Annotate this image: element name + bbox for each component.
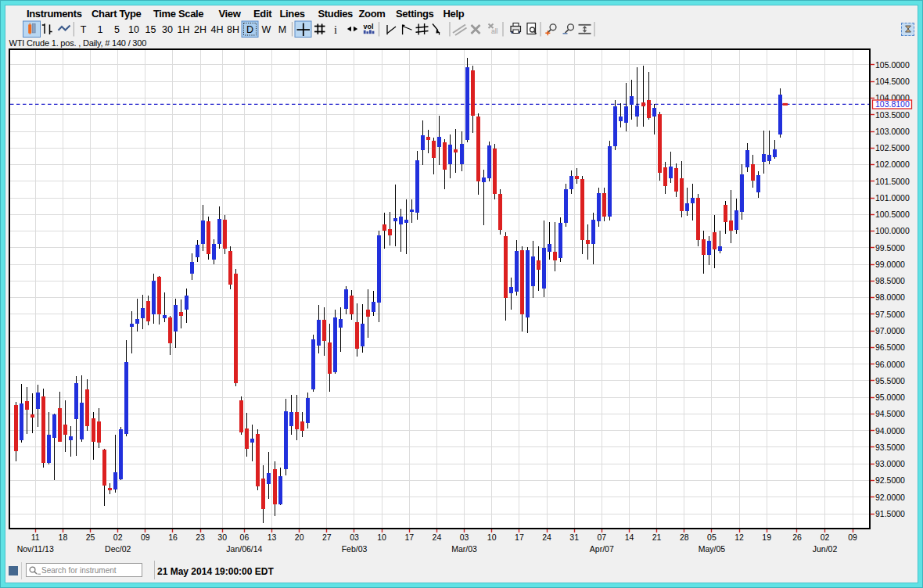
svg-text:101.5000: 101.5000 xyxy=(875,177,910,186)
svg-text:24: 24 xyxy=(433,532,442,542)
svg-text:03: 03 xyxy=(460,532,469,542)
svg-text:17: 17 xyxy=(404,532,414,542)
svg-text:06: 06 xyxy=(240,532,250,542)
svg-text:103.5000: 103.5000 xyxy=(875,110,910,120)
svg-text:10: 10 xyxy=(377,532,386,542)
svg-text:09: 09 xyxy=(848,532,857,542)
svg-text:05: 05 xyxy=(707,532,716,542)
svg-text:27: 27 xyxy=(322,532,332,542)
svg-text:07: 07 xyxy=(597,532,606,542)
svg-text:11: 11 xyxy=(31,532,40,542)
svg-text:102.5000: 102.5000 xyxy=(875,143,910,152)
svg-text:09: 09 xyxy=(141,532,150,542)
svg-text:96.0000: 96.0000 xyxy=(875,360,905,369)
svg-text:30: 30 xyxy=(217,532,227,542)
svg-text:20: 20 xyxy=(295,532,304,542)
svg-text:23: 23 xyxy=(196,532,205,542)
svg-text:Jun/02: Jun/02 xyxy=(813,544,838,554)
svg-text:12: 12 xyxy=(734,532,744,542)
svg-text:105.0000: 105.0000 xyxy=(875,60,910,70)
svg-text:Nov/11/13: Nov/11/13 xyxy=(17,544,54,554)
svg-text:95.0000: 95.0000 xyxy=(875,393,905,402)
svg-text:25: 25 xyxy=(86,532,95,542)
svg-text:101.0000: 101.0000 xyxy=(875,193,910,203)
svg-text:16: 16 xyxy=(168,532,178,542)
svg-text:Mar/03: Mar/03 xyxy=(451,544,477,554)
svg-text:02: 02 xyxy=(113,532,123,542)
svg-text:99.5000: 99.5000 xyxy=(875,243,905,253)
svg-text:02: 02 xyxy=(821,532,830,542)
svg-text:93.5000: 93.5000 xyxy=(875,443,905,452)
svg-text:14: 14 xyxy=(625,532,634,542)
svg-text:17: 17 xyxy=(515,532,524,542)
svg-text:24: 24 xyxy=(542,532,551,542)
svg-text:May/05: May/05 xyxy=(699,544,726,554)
svg-text:98.5000: 98.5000 xyxy=(875,276,905,285)
svg-text:103.8100: 103.8100 xyxy=(875,99,910,109)
svg-text:91.5000: 91.5000 xyxy=(875,509,905,518)
svg-text:93.0000: 93.0000 xyxy=(875,459,905,468)
svg-text:94.0000: 94.0000 xyxy=(875,426,905,436)
svg-text:13: 13 xyxy=(268,532,277,542)
svg-text:97.5000: 97.5000 xyxy=(875,310,905,319)
svg-text:21: 21 xyxy=(652,532,662,542)
svg-text:26: 26 xyxy=(792,532,802,542)
svg-text:103.0000: 103.0000 xyxy=(875,127,910,136)
svg-text:102.0000: 102.0000 xyxy=(875,160,910,169)
svg-text:104.5000: 104.5000 xyxy=(875,77,910,86)
svg-text:03: 03 xyxy=(350,532,359,542)
svg-text:Dec/02: Dec/02 xyxy=(105,544,131,554)
svg-text:18: 18 xyxy=(59,532,68,542)
svg-text:92.5000: 92.5000 xyxy=(875,475,905,485)
svg-text:98.0000: 98.0000 xyxy=(875,292,905,302)
svg-text:i: i xyxy=(334,23,337,36)
svg-text:96.5000: 96.5000 xyxy=(875,342,905,352)
svg-text:Jan/06/14: Jan/06/14 xyxy=(226,544,262,554)
svg-text:Apr/07: Apr/07 xyxy=(590,544,614,554)
svg-text:92.0000: 92.0000 xyxy=(875,493,905,502)
svg-text:28: 28 xyxy=(680,532,689,542)
svg-text:all: all xyxy=(491,27,498,35)
svg-text:19: 19 xyxy=(762,532,771,542)
svg-text:100.5000: 100.5000 xyxy=(875,210,910,219)
svg-text:10: 10 xyxy=(487,532,497,542)
svg-text:97.0000: 97.0000 xyxy=(875,326,905,335)
svg-text:100.0000: 100.0000 xyxy=(875,226,910,235)
svg-text:31: 31 xyxy=(569,532,579,542)
svg-text:vol: vol xyxy=(364,23,374,30)
svg-text:94.5000: 94.5000 xyxy=(875,409,905,418)
svg-text:99.0000: 99.0000 xyxy=(875,260,905,269)
svg-text:Feb/03: Feb/03 xyxy=(342,544,368,554)
svg-text:95.5000: 95.5000 xyxy=(875,376,905,385)
